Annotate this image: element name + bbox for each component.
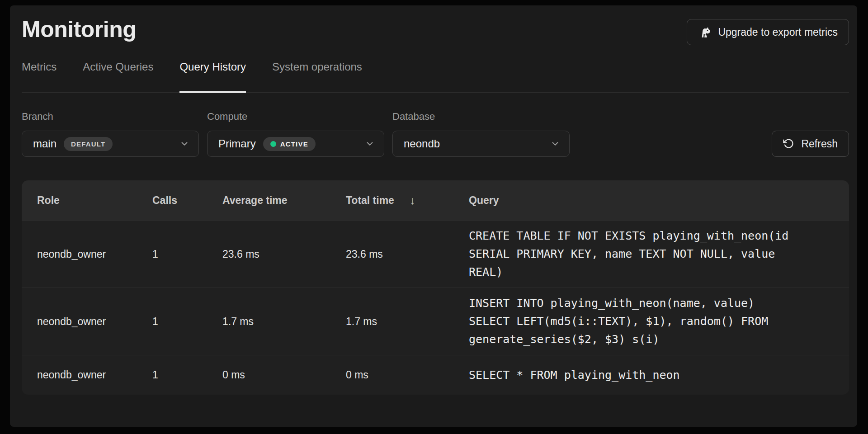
total-time-cell: 0 ms (346, 369, 469, 381)
page-title: Monitoring (22, 15, 136, 43)
page-header: Monitoring Upgrade to export metrics (22, 15, 849, 45)
calls-cell: 1 (152, 316, 222, 328)
chevron-down-icon (550, 139, 560, 149)
branch-label: Branch (22, 111, 199, 123)
average-time-cell: 23.6 ms (222, 248, 346, 260)
column-header-total-time: Total time ↓ (346, 194, 469, 207)
database-value: neondb (404, 137, 440, 150)
average-time-cell: 0 ms (222, 369, 346, 381)
tab-active-queries[interactable]: Active Queries (83, 59, 153, 93)
refresh-button-label: Refresh (801, 138, 838, 150)
role-cell: neondb_owner (37, 248, 152, 260)
compute-label: Compute (207, 111, 384, 123)
compute-filter: Compute Primary ACTIVE (207, 111, 384, 157)
average-time-cell: 1.7 ms (222, 316, 346, 328)
chevron-down-icon (365, 139, 375, 149)
total-time-label: Total time (346, 194, 394, 207)
tab-metrics[interactable]: Metrics (22, 59, 57, 93)
active-status-dot (270, 141, 276, 147)
table-row: neondb_owner 1 23.6 ms 23.6 ms CREATE TA… (22, 220, 849, 288)
branch-select[interactable]: main DEFAULT (22, 131, 199, 157)
calls-cell: 1 (152, 369, 222, 381)
sort-descending-icon[interactable]: ↓ (410, 194, 415, 207)
tab-system-operations[interactable]: System operations (272, 59, 362, 93)
calls-cell: 1 (152, 248, 222, 260)
column-header-calls: Calls (152, 194, 222, 207)
database-select[interactable]: neondb (392, 131, 570, 157)
table-header-row: Role Calls Average time Total time ↓ Que… (22, 180, 849, 220)
column-header-query: Query (469, 194, 834, 207)
query-history-table: Role Calls Average time Total time ↓ Que… (22, 180, 849, 395)
filter-bar: Branch main DEFAULT Compute Primary ACTI… (22, 111, 849, 157)
tab-query-history[interactable]: Query History (179, 59, 246, 93)
upgrade-to-export-metrics-button[interactable]: Upgrade to export metrics (687, 19, 849, 45)
datadog-icon (698, 25, 712, 39)
role-cell: neondb_owner (37, 316, 152, 328)
branch-value: main (33, 137, 57, 150)
branch-filter: Branch main DEFAULT (22, 111, 199, 157)
query-cell: SELECT * FROM playing_with_neon (469, 360, 807, 391)
total-time-cell: 1.7 ms (346, 316, 469, 328)
table-row: neondb_owner 1 1.7 ms 1.7 ms INSERT INTO… (22, 288, 849, 355)
column-header-role: Role (37, 194, 152, 207)
total-time-cell: 23.6 ms (346, 248, 469, 260)
compute-active-badge: ACTIVE (263, 137, 316, 151)
compute-status-label: ACTIVE (280, 140, 308, 148)
compute-select[interactable]: Primary ACTIVE (207, 131, 384, 157)
monitoring-page: Monitoring Upgrade to export metrics Met… (10, 5, 857, 427)
column-header-average-time: Average time (222, 194, 346, 207)
compute-value: Primary (218, 137, 256, 150)
refresh-icon (783, 138, 794, 149)
tab-bar: Metrics Active Queries Query History Sys… (22, 59, 849, 93)
upgrade-button-label: Upgrade to export metrics (718, 26, 838, 38)
database-label: Database (392, 111, 570, 123)
query-cell: CREATE TABLE IF NOT EXISTS playing_with_… (469, 221, 807, 288)
role-cell: neondb_owner (37, 369, 152, 381)
chevron-down-icon (179, 139, 189, 149)
refresh-button[interactable]: Refresh (772, 131, 849, 157)
table-row: neondb_owner 1 0 ms 0 ms SELECT * FROM p… (22, 355, 849, 395)
query-cell: INSERT INTO playing_with_neon(name, valu… (469, 288, 807, 355)
branch-default-badge: DEFAULT (64, 137, 113, 151)
database-filter: Database neondb (392, 111, 570, 157)
